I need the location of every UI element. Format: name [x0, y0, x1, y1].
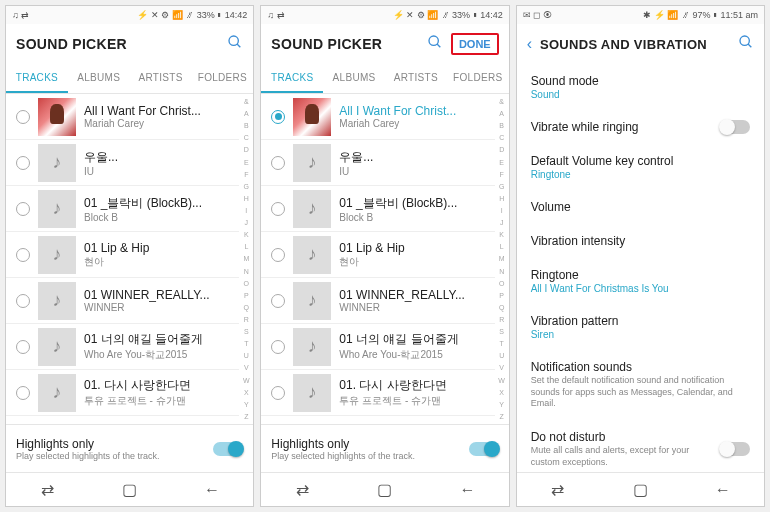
index-letter[interactable]: C [241, 134, 251, 141]
tab-albums[interactable]: ALBUMS [68, 64, 130, 93]
highlights-toggle[interactable] [213, 442, 243, 456]
index-letter[interactable]: D [241, 146, 251, 153]
settings-list[interactable]: Sound mode Sound Vibrate while ringing D… [517, 64, 764, 472]
radio-select[interactable] [271, 340, 285, 354]
track-row[interactable]: ♪01. 다시 사랑한다면투유 프로젝트 - 슈가맨 [261, 370, 494, 416]
radio-select[interactable] [271, 294, 285, 308]
track-row[interactable]: ♪우울...IU [261, 140, 494, 186]
index-letter[interactable]: S [241, 328, 251, 335]
alpha-index[interactable]: &ABCDEFGHIJKLMNOPQRSTUVWXYZ [241, 98, 251, 420]
row-ringtone[interactable]: Ringtone All I Want For Christmas Is You [531, 258, 750, 304]
search-icon[interactable] [427, 34, 443, 54]
tab-folders[interactable]: FOLDERS [447, 64, 509, 93]
nav-recents-icon[interactable]: ⇄ [6, 473, 88, 506]
track-row[interactable]: ♪01 WINNER_REALLY...WINNER [6, 278, 239, 324]
radio-select[interactable] [271, 248, 285, 262]
index-letter[interactable]: A [241, 110, 251, 117]
index-letter[interactable]: G [241, 183, 251, 190]
index-letter[interactable]: T [241, 340, 251, 347]
track-row[interactable]: ♪01 너의 얘길 들어줄게Who Are You-학교2015 [6, 324, 239, 370]
index-letter[interactable]: T [497, 340, 507, 347]
radio-select[interactable] [16, 294, 30, 308]
index-letter[interactable]: Q [497, 304, 507, 311]
index-letter[interactable]: L [241, 243, 251, 250]
nav-recents-icon[interactable]: ⇄ [261, 473, 343, 506]
tab-folders[interactable]: FOLDERS [191, 64, 253, 93]
index-letter[interactable]: B [241, 122, 251, 129]
radio-select[interactable] [16, 340, 30, 354]
index-letter[interactable]: Z [497, 413, 507, 420]
index-letter[interactable]: V [241, 364, 251, 371]
index-letter[interactable]: J [497, 219, 507, 226]
index-letter[interactable]: Q [241, 304, 251, 311]
index-letter[interactable]: B [497, 122, 507, 129]
index-letter[interactable]: E [497, 159, 507, 166]
track-row[interactable]: All I Want For Christ...Mariah Carey [6, 94, 239, 140]
radio-select[interactable] [16, 110, 30, 124]
track-list[interactable]: All I Want For Christ...Mariah Carey♪우울.… [6, 94, 253, 424]
row-vibration-pattern[interactable]: Vibration pattern Siren [531, 304, 750, 350]
index-letter[interactable]: W [497, 377, 507, 384]
search-icon[interactable] [227, 34, 243, 54]
index-letter[interactable]: M [241, 255, 251, 262]
toggle-vibrate-ringing[interactable] [720, 120, 750, 134]
index-letter[interactable]: W [241, 377, 251, 384]
index-letter[interactable]: X [241, 389, 251, 396]
track-row[interactable]: ♪우울...IU [6, 140, 239, 186]
index-letter[interactable]: S [497, 328, 507, 335]
index-letter[interactable]: I [497, 207, 507, 214]
tab-tracks[interactable]: TRACKS [261, 64, 323, 93]
radio-select[interactable] [16, 248, 30, 262]
index-letter[interactable]: Y [497, 401, 507, 408]
toggle-dnd[interactable] [720, 442, 750, 456]
row-sound-mode[interactable]: Sound mode Sound [531, 64, 750, 110]
alpha-index[interactable]: &ABCDEFGHIJKLMNOPQRSTUVWXYZ [497, 98, 507, 420]
index-letter[interactable]: A [497, 110, 507, 117]
radio-select[interactable] [16, 156, 30, 170]
index-letter[interactable]: N [241, 268, 251, 275]
row-vibration-intensity[interactable]: Vibration intensity [531, 224, 750, 258]
index-letter[interactable]: Y [241, 401, 251, 408]
index-letter[interactable]: L [497, 243, 507, 250]
track-list[interactable]: All I Want For Christ...Mariah Carey♪우울.… [261, 94, 508, 424]
index-letter[interactable]: H [497, 195, 507, 202]
index-letter[interactable]: O [497, 280, 507, 287]
index-letter[interactable]: Z [241, 413, 251, 420]
track-row[interactable]: ♪01 너의 얘길 들어줄게Who Are You-학교2015 [261, 324, 494, 370]
index-letter[interactable]: H [241, 195, 251, 202]
track-row[interactable]: ♪01 Lip & Hip현아 [6, 232, 239, 278]
index-letter[interactable]: & [497, 98, 507, 105]
index-letter[interactable]: G [497, 183, 507, 190]
index-letter[interactable]: V [497, 364, 507, 371]
search-icon[interactable] [738, 34, 754, 54]
index-letter[interactable]: U [241, 352, 251, 359]
index-letter[interactable]: I [241, 207, 251, 214]
done-button[interactable]: DONE [451, 33, 499, 55]
radio-select[interactable] [271, 156, 285, 170]
track-row[interactable]: ♪01 Lip & Hip현아 [261, 232, 494, 278]
index-letter[interactable]: K [241, 231, 251, 238]
row-notification-sounds[interactable]: Notification sounds Set the default noti… [531, 350, 750, 420]
index-letter[interactable]: U [497, 352, 507, 359]
nav-home-icon[interactable]: ▢ [88, 473, 170, 506]
index-letter[interactable]: O [241, 280, 251, 287]
nav-back-icon[interactable]: ← [171, 473, 253, 506]
highlights-toggle[interactable] [469, 442, 499, 456]
back-icon[interactable]: ‹ [527, 35, 532, 53]
row-do-not-disturb[interactable]: Do not disturb Mute all calls and alerts… [531, 420, 750, 472]
nav-home-icon[interactable]: ▢ [344, 473, 426, 506]
index-letter[interactable]: F [241, 171, 251, 178]
track-row[interactable]: ♪01 _블락비 (BlockB)...Block B [6, 186, 239, 232]
tab-artists[interactable]: ARTISTS [385, 64, 447, 93]
track-row[interactable]: All I Want For Christ...Mariah Carey [261, 94, 494, 140]
row-vibrate-while-ringing[interactable]: Vibrate while ringing [531, 110, 750, 144]
radio-select[interactable] [271, 386, 285, 400]
radio-select[interactable] [16, 202, 30, 216]
index-letter[interactable]: F [497, 171, 507, 178]
track-row[interactable]: ♪01 _블락비 (BlockB)...Block B [261, 186, 494, 232]
index-letter[interactable]: R [497, 316, 507, 323]
index-letter[interactable]: K [497, 231, 507, 238]
index-letter[interactable]: E [241, 159, 251, 166]
radio-select[interactable] [271, 202, 285, 216]
index-letter[interactable]: N [497, 268, 507, 275]
